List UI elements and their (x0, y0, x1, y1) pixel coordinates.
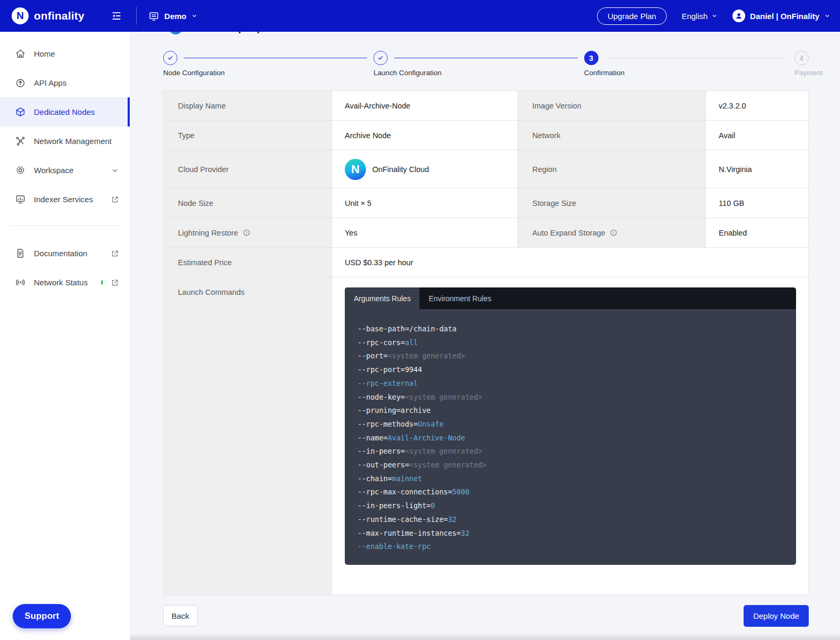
support-button[interactable]: Support (13, 604, 71, 628)
step-number: 3 (589, 54, 593, 62)
launch-commands-value: Arguments RulesEnvironment Rules --base-… (332, 277, 808, 595)
region-label: Region (518, 150, 706, 188)
code-line: --rpc-methods=Unsafe (358, 418, 783, 431)
code-body: --base-path=/chain-data--rpc-cors=all--p… (345, 309, 796, 565)
sidebar-item-documentation[interactable]: Documentation (0, 239, 130, 268)
confirmation-table: Display Name Avail-Archive-Node Image Ve… (163, 91, 809, 595)
auto-expand-storage-label: Auto Expand Storage (518, 218, 706, 248)
brand-logo[interactable]: N onfinality (0, 7, 84, 24)
code-line: --rpc-external (358, 377, 783, 391)
node-size-value: Unit × 5 (332, 188, 518, 218)
sidebar-item-label: Network Management (34, 137, 112, 146)
step-label: Node Configuration (163, 69, 225, 77)
user-menu[interactable]: Daniel | OnFinality (732, 10, 830, 22)
stepper-connector (184, 58, 367, 59)
stepper-connector (605, 58, 788, 59)
check-icon (166, 54, 174, 62)
document-icon (15, 248, 26, 259)
code-line: --rpc-max-connections=5000 (358, 485, 783, 499)
main-content: Node Configuration Launch Configuration … (130, 32, 840, 640)
sidebar-item-home[interactable]: Home (0, 39, 130, 68)
chevron-down-icon (711, 13, 718, 19)
step-confirmation[interactable]: 3 Confirmation (584, 51, 598, 65)
sidebar-item-network-status[interactable]: Network Status (0, 268, 130, 297)
gear-icon (15, 165, 26, 176)
info-icon[interactable] (243, 229, 251, 237)
network-value: Avail (706, 121, 808, 150)
sidebar-item-api-apps[interactable]: API Apps (0, 68, 130, 97)
sidebar-item-network-management[interactable]: Network Management (0, 127, 130, 156)
code-line: --pruning=archive (358, 404, 783, 418)
step-payment[interactable]: 4 Payment (794, 51, 809, 65)
code-tab-bar: Arguments RulesEnvironment Rules (345, 287, 796, 309)
sidebar-item-workspace[interactable]: Workspace (0, 156, 130, 185)
deploy-node-button[interactable]: Deploy Node (744, 605, 809, 627)
code-line: --out-peers=<system generated> (358, 458, 783, 472)
sidebar-item-label: Indexer Services (34, 195, 93, 204)
code-line: --max-runtime-instances=32 (358, 527, 783, 540)
code-line: --base-path=/chain-data (358, 322, 783, 336)
step-circle (373, 51, 388, 65)
top-navbar: N onfinality Demo Upgrade Plan English D… (0, 0, 840, 32)
check-icon (377, 54, 385, 62)
sidebar-collapse-icon[interactable] (110, 9, 123, 23)
code-line: --name=Avail-Archive-Node (358, 431, 783, 445)
step-label: Payment (794, 69, 823, 77)
sidebar-item-label: Home (34, 49, 55, 58)
workspace-icon (148, 11, 159, 22)
sidebar-item-label: Workspace (34, 166, 74, 175)
indexer-icon (15, 194, 26, 205)
step-launch-configuration[interactable]: Launch Configuration (373, 51, 388, 65)
estimated-price-label: Estimated Price (164, 248, 332, 277)
code-line: --in-peers=<system generated> (358, 445, 783, 458)
language-selector[interactable]: English (682, 12, 718, 21)
scrolled-page-title (163, 32, 809, 35)
sidebar-item-label: Dedicated Nodes (34, 107, 95, 116)
sidebar-item-indexer-services[interactable]: Indexer Services (0, 185, 130, 214)
user-name: Daniel | OnFinality (750, 12, 819, 21)
cloud-provider-label: Cloud Provider (164, 150, 332, 188)
workspace-switcher[interactable]: Demo (148, 11, 198, 22)
code-line: --rpc-port=9944 (358, 363, 783, 377)
home-icon (15, 48, 26, 59)
avatar-icon (732, 10, 745, 22)
network-label: Network (518, 121, 706, 150)
lightning-restore-value: Yes (332, 218, 518, 248)
launch-commands-panel: Arguments RulesEnvironment Rules --base-… (345, 287, 796, 565)
onfinality-cloud-logo-icon: N (345, 159, 366, 180)
code-tab-environment-rules[interactable]: Environment Rules (419, 287, 500, 309)
external-link-icon (111, 278, 119, 287)
code-line: --runtime-cache-size=32 (358, 513, 783, 527)
step-circle (163, 51, 177, 65)
workspace-name: Demo (164, 12, 186, 21)
step-circle: 4 (794, 51, 809, 65)
sidebar-item-label: Network Status (34, 278, 88, 287)
step-node-configuration[interactable]: Node Configuration (163, 51, 177, 65)
code-tab-arguments-rules[interactable]: Arguments Rules (345, 287, 419, 309)
chevron-down-icon[interactable] (111, 166, 119, 175)
code-line: --in-peers-light=0 (358, 499, 783, 513)
node-size-label: Node Size (164, 188, 332, 218)
sidebar-nav: HomeAPI AppsDedicated NodesNetwork Manag… (0, 32, 130, 640)
display-name-label: Display Name (164, 91, 332, 121)
upgrade-plan-button[interactable]: Upgrade Plan (597, 7, 667, 25)
launch-commands-label: Launch Commands (164, 277, 332, 595)
step-label: Launch Configuration (373, 69, 441, 77)
navbar-divider (136, 7, 137, 25)
network-icon (15, 136, 26, 147)
language-label: English (682, 12, 708, 21)
sidebar-item-label: Documentation (34, 249, 87, 258)
cloud-provider-value: N OnFinality Cloud (332, 150, 518, 188)
status-dot-icon (101, 280, 103, 285)
type-label: Type (164, 121, 332, 150)
back-button[interactable]: Back (163, 605, 198, 626)
sidebar-item-dedicated-nodes[interactable]: Dedicated Nodes (0, 97, 130, 127)
api-apps-icon (15, 77, 26, 88)
stepper-connector (394, 58, 577, 59)
broadcast-icon (15, 277, 26, 288)
external-link-icon (111, 249, 119, 258)
auto-expand-storage-value: Enabled (706, 218, 808, 248)
type-value: Archive Node (332, 121, 518, 150)
external-link-icon (111, 195, 119, 204)
info-icon[interactable] (610, 229, 618, 237)
